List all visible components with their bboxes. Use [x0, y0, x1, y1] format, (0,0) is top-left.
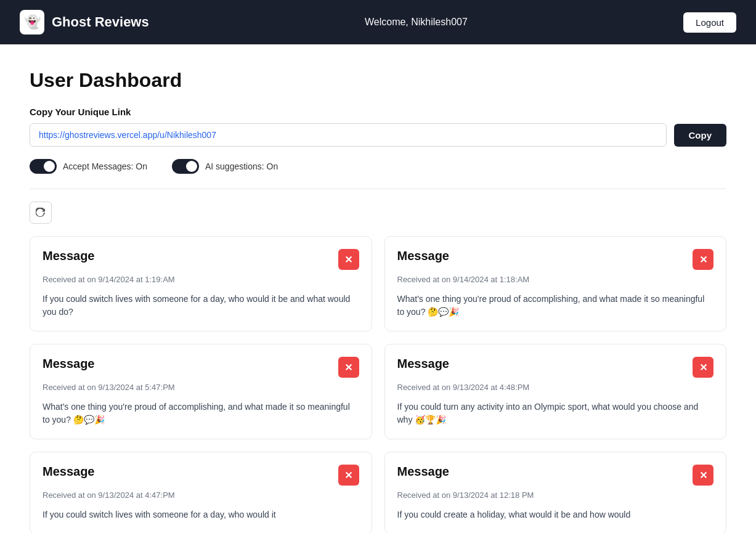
message-title: Message [43, 357, 95, 371]
main-content: User Dashboard Copy Your Unique Link htt… [0, 44, 756, 533]
refresh-button[interactable] [30, 201, 52, 224]
accept-messages-toggle[interactable] [30, 159, 57, 174]
message-card: Message ✕ Received at on 9/13/2024 at 4:… [30, 452, 372, 533]
copy-button[interactable]: Copy [674, 124, 727, 147]
message-timestamp: Received at on 9/14/2024 at 1:18:AM [397, 275, 714, 284]
message-timestamp: Received at on 9/13/2024 at 4:47:PM [43, 490, 359, 500]
accept-messages-label: Accept Messages: On [63, 161, 147, 171]
delete-message-button[interactable]: ✕ [338, 357, 359, 378]
ghost-icon: 👻 [20, 10, 44, 35]
message-timestamp: Received at on 9/14/2024 at 1:19:AM [43, 275, 359, 284]
link-row: https://ghostreviews.vercel.app/u/Nikhil… [30, 123, 726, 147]
message-card-header: Message ✕ [43, 249, 359, 270]
message-text: What's one thing you're proud of accompl… [43, 401, 359, 426]
delete-message-button[interactable]: ✕ [693, 357, 713, 378]
message-card-header: Message ✕ [397, 357, 714, 378]
message-title: Message [43, 249, 95, 263]
message-text: What's one thing you're proud of accompl… [397, 293, 714, 319]
message-text: If you could switch lives with someone f… [43, 293, 359, 319]
message-card: Message ✕ Received at on 9/14/2024 at 1:… [30, 236, 372, 332]
message-text: If you could turn any activity into an O… [397, 401, 714, 426]
message-text: If you could create a holiday, what woul… [397, 508, 714, 521]
divider [30, 189, 726, 189]
unique-link-label: Copy Your Unique Link [30, 107, 726, 117]
delete-message-button[interactable]: ✕ [338, 465, 359, 486]
brand-name: Ghost Reviews [52, 14, 149, 30]
message-timestamp: Received at on 9/13/2024 at 5:47:PM [43, 383, 359, 392]
toggles-row: Accept Messages: On AI suggestions: On [30, 159, 726, 174]
delete-message-button[interactable]: ✕ [693, 465, 713, 486]
message-title: Message [397, 249, 450, 263]
message-title: Message [397, 357, 450, 371]
unique-link-input[interactable]: https://ghostreviews.vercel.app/u/Nikhil… [30, 123, 667, 147]
message-card-header: Message ✕ [43, 357, 359, 378]
ai-suggestions-toggle-group: AI suggestions: On [172, 159, 278, 174]
message-card-header: Message ✕ [397, 249, 714, 270]
message-timestamp: Received at on 9/13/2024 at 4:48:PM [397, 383, 714, 392]
messages-grid: Message ✕ Received at on 9/14/2024 at 1:… [30, 236, 726, 533]
message-title: Message [397, 465, 450, 479]
message-card: Message ✕ Received at on 9/13/2024 at 5:… [30, 344, 372, 439]
ai-suggestions-label: AI suggestions: On [205, 161, 278, 171]
refresh-icon [36, 208, 46, 218]
app-header: 👻 Ghost Reviews Welcome, Nikhilesh007 Lo… [0, 0, 756, 44]
delete-message-button[interactable]: ✕ [693, 249, 713, 270]
message-card-header: Message ✕ [397, 465, 714, 486]
message-title: Message [43, 465, 95, 479]
message-text: If you could switch lives with someone f… [43, 508, 359, 521]
message-card: Message ✕ Received at on 9/13/2024 at 4:… [384, 344, 727, 439]
accept-messages-toggle-group: Accept Messages: On [30, 159, 147, 174]
message-card-header: Message ✕ [43, 465, 359, 486]
page-title: User Dashboard [30, 69, 726, 92]
ai-suggestions-toggle[interactable] [172, 159, 199, 174]
welcome-text: Welcome, Nikhilesh007 [365, 17, 468, 28]
logout-button[interactable]: Logout [683, 12, 736, 33]
brand: 👻 Ghost Reviews [20, 10, 149, 35]
message-card: Message ✕ Received at on 9/14/2024 at 1:… [384, 236, 727, 332]
delete-message-button[interactable]: ✕ [338, 249, 359, 270]
message-timestamp: Received at on 9/13/2024 at 12:18 PM [397, 490, 714, 500]
message-card: Message ✕ Received at on 9/13/2024 at 12… [384, 452, 727, 533]
